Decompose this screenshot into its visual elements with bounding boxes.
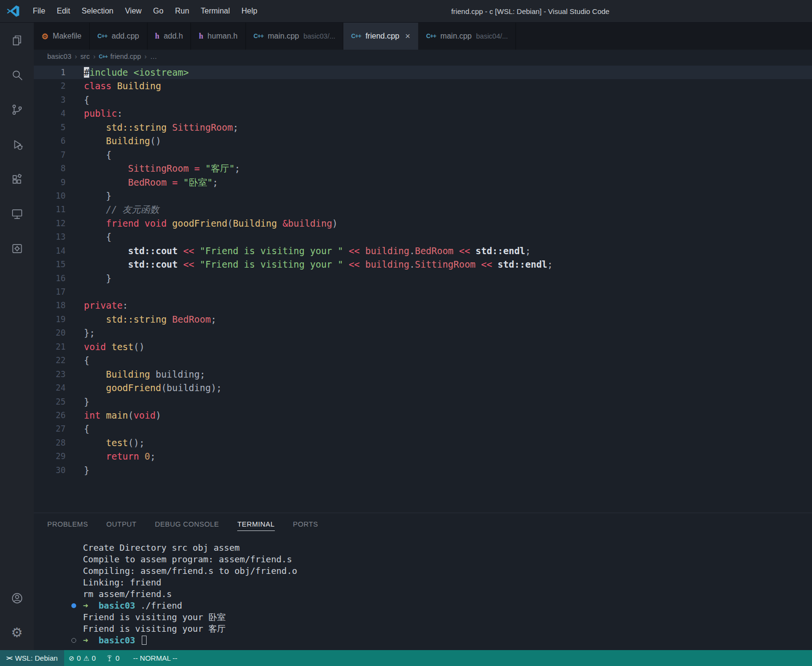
line-number: 4 bbox=[34, 107, 66, 120]
code-line[interactable]: 29 return 0; bbox=[34, 449, 812, 463]
activity-settings[interactable]: ⚙ bbox=[0, 615, 34, 650]
activity-remote-explorer[interactable] bbox=[0, 196, 34, 231]
tab-friend.cpp[interactable]: C++friend.cpp× bbox=[343, 23, 418, 50]
panel-tab-problems[interactable]: PROBLEMS bbox=[47, 518, 88, 531]
breadcrumb-item-basic03[interactable]: basic03 bbox=[47, 53, 71, 60]
chevron-right-icon: › bbox=[93, 53, 95, 60]
tab-add.cpp[interactable]: C++add.cpp bbox=[90, 23, 148, 50]
line-number: 9 bbox=[34, 176, 66, 189]
code-line[interactable]: 13 { bbox=[34, 230, 812, 244]
breadcrumb-item-…[interactable]: … bbox=[150, 53, 157, 60]
line-number: 22 bbox=[34, 353, 66, 367]
code-line[interactable]: 7 { bbox=[34, 148, 812, 162]
menu-go[interactable]: Go bbox=[148, 0, 169, 22]
tab-add.h[interactable]: hadd.h bbox=[148, 23, 191, 50]
vim-mode-indicator[interactable]: -- NORMAL -- bbox=[128, 650, 182, 666]
panel-tab-debug-console[interactable]: DEBUG CONSOLE bbox=[155, 518, 219, 531]
line-number: 19 bbox=[34, 313, 66, 326]
terminal[interactable]: Create Directory src obj assemCompile to… bbox=[34, 535, 812, 650]
code-text: { bbox=[84, 422, 89, 435]
code-line[interactable]: 19 std::string BedRoom; bbox=[34, 313, 812, 326]
menu-view[interactable]: View bbox=[119, 0, 147, 22]
terminal-line: Friend is visiting your 客厅 bbox=[83, 623, 812, 635]
code-line[interactable]: 20}; bbox=[34, 326, 812, 340]
code-line[interactable]: 4public: bbox=[34, 107, 812, 120]
menu-help[interactable]: Help bbox=[236, 0, 263, 22]
code-line[interactable]: 10 } bbox=[34, 189, 812, 203]
terminal-line: Create Directory src obj assem bbox=[83, 542, 812, 554]
code-line[interactable]: 24 goodFriend(building); bbox=[34, 381, 812, 394]
code-line[interactable]: 8 SittingRoom = "客厅"; bbox=[34, 162, 812, 175]
remote-indicator[interactable]: >< WSL: Debian bbox=[0, 650, 64, 666]
menu-edit[interactable]: Edit bbox=[51, 0, 76, 22]
editor-group: ⚙MakefileC++add.cpphadd.hhhuman.hC++main… bbox=[34, 23, 812, 650]
activity-source-control[interactable] bbox=[0, 92, 34, 127]
code-line[interactable]: 14 std::cout << "Friend is visiting your… bbox=[34, 244, 812, 258]
code-text: std::string SittingRoom; bbox=[84, 121, 238, 134]
code-line[interactable]: 22{ bbox=[34, 353, 812, 367]
code-text: void test() bbox=[84, 340, 145, 353]
line-number: 13 bbox=[34, 230, 66, 244]
terminal-line: Compiling: assem/friend.s to obj/friend.… bbox=[83, 565, 812, 577]
code-line[interactable]: 25} bbox=[34, 395, 812, 408]
problems-status[interactable]: ⊘ 0 ⚠ 0 bbox=[64, 650, 101, 666]
code-line[interactable]: 21void test() bbox=[34, 340, 812, 353]
menu-selection[interactable]: Selection bbox=[76, 0, 119, 22]
code-line[interactable]: 17 bbox=[34, 285, 812, 299]
tab-human.h[interactable]: hhuman.h bbox=[191, 23, 245, 50]
breadcrumb-item-src[interactable]: src bbox=[81, 53, 90, 60]
code-text: private: bbox=[84, 299, 128, 312]
warning-icon: ⚠ bbox=[83, 654, 90, 662]
activity-explorer[interactable] bbox=[0, 23, 34, 57]
activity-makefile-tools[interactable] bbox=[0, 231, 34, 266]
code-line[interactable]: 1#include <iostream> bbox=[34, 66, 812, 79]
code-line[interactable]: 3{ bbox=[34, 93, 812, 107]
code-line[interactable]: 23 Building building; bbox=[34, 367, 812, 381]
panel-tab-bar: PROBLEMSOUTPUTDEBUG CONSOLETERMINALPORTS bbox=[34, 513, 812, 535]
code-text: friend void goodFriend(Building &buildin… bbox=[84, 217, 338, 230]
code-text: public: bbox=[84, 107, 122, 120]
code-line[interactable]: 5 std::string SittingRoom; bbox=[34, 121, 812, 134]
code-line[interactable]: 27{ bbox=[34, 422, 812, 435]
code-text: // 友元函数 bbox=[84, 203, 159, 216]
panel-tab-terminal[interactable]: TERMINAL bbox=[237, 518, 274, 531]
panel-tab-ports[interactable]: PORTS bbox=[293, 518, 318, 531]
code-lines: 1#include <iostream>2class Building3{4pu… bbox=[34, 66, 812, 477]
code-line[interactable]: 15 std::cout << "Friend is visiting your… bbox=[34, 258, 812, 271]
line-number: 8 bbox=[34, 162, 66, 175]
code-line[interactable]: 30} bbox=[34, 463, 812, 477]
code-line[interactable]: 11 // 友元函数 bbox=[34, 203, 812, 216]
code-text: #include <iostream> bbox=[84, 66, 189, 79]
activity-extensions[interactable] bbox=[0, 162, 34, 196]
tab-Makefile[interactable]: ⚙Makefile bbox=[34, 23, 90, 50]
close-icon[interactable]: × bbox=[405, 32, 410, 41]
code-editor[interactable]: 1#include <iostream>2class Building3{4pu… bbox=[34, 63, 812, 513]
panel-tab-output[interactable]: OUTPUT bbox=[107, 518, 137, 531]
breadcrumb-item-friend.cpp[interactable]: C++friend.cpp bbox=[99, 53, 141, 60]
cpp-file-icon: C++ bbox=[426, 33, 436, 40]
code-line[interactable]: 12 friend void goodFriend(Building &buil… bbox=[34, 217, 812, 230]
code-line[interactable]: 6 Building() bbox=[34, 134, 812, 148]
terminal-line: Friend is visiting your 卧室 bbox=[83, 612, 812, 623]
window-title: friend.cpp - c [WSL: Debian] - Visual St… bbox=[263, 7, 812, 15]
ports-status[interactable]: 0 bbox=[101, 650, 124, 666]
code-line[interactable]: 26int main(void) bbox=[34, 408, 812, 422]
code-text: } bbox=[84, 189, 111, 203]
code-line[interactable]: 16 } bbox=[34, 272, 812, 285]
tab-main.cpp[interactable]: C++main.cppbasic03/... bbox=[246, 23, 344, 50]
code-line[interactable]: 28 test(); bbox=[34, 436, 812, 449]
remote-icon: >< bbox=[6, 654, 12, 662]
menu-file[interactable]: File bbox=[27, 0, 51, 22]
activity-run-debug[interactable] bbox=[0, 127, 34, 162]
menu-terminal[interactable]: Terminal bbox=[195, 0, 235, 22]
tab-label: Makefile bbox=[53, 32, 81, 41]
activity-search[interactable] bbox=[0, 57, 34, 92]
menu-run[interactable]: Run bbox=[169, 0, 195, 22]
code-line[interactable]: 2class Building bbox=[34, 79, 812, 93]
title-bar: FileEditSelectionViewGoRunTerminalHelp f… bbox=[0, 0, 812, 23]
code-line[interactable]: 9 BedRoom = "卧室"; bbox=[34, 176, 812, 189]
line-number: 24 bbox=[34, 381, 66, 394]
activity-account[interactable] bbox=[0, 581, 34, 615]
tab-main.cpp[interactable]: C++main.cppbasic04/... bbox=[419, 23, 516, 50]
code-line[interactable]: 18private: bbox=[34, 299, 812, 312]
